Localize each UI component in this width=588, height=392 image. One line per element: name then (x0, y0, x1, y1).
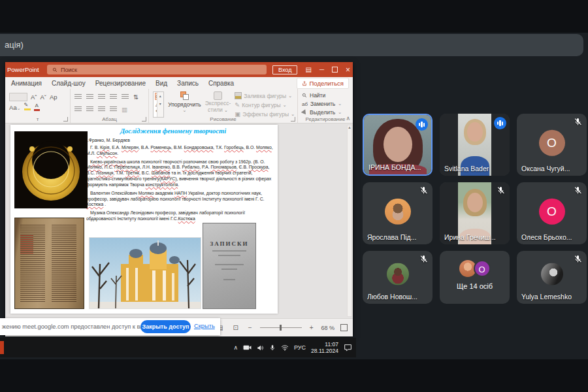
scythian-pectoral-image[interactable] (14, 131, 88, 208)
more-participants-tile[interactable]: О Ще 14 осіб (440, 251, 510, 304)
slide-byline[interactable]: І.Франко, М. Бердяєв (86, 138, 130, 142)
indent-decrease-icon[interactable] (98, 94, 105, 100)
shapes-gallery[interactable]: ▭ ╲ ╲ □ ○ ▭ △ ▽ ◇ ← ↓ ▷ ✎ ⌒ ∼ { } ☆ ▴▾ (153, 91, 164, 118)
book-cover-line (223, 279, 235, 280)
font-size-box[interactable] (9, 93, 27, 101)
participant-tile[interactable]: О Оксана Чугуй... (517, 114, 587, 176)
ribbon-display-options-icon[interactable]: ▤ (305, 67, 311, 73)
arrange-button[interactable]: Упорядочить ⌄ (168, 91, 201, 113)
tab-slideshow[interactable]: Слайд-шоу (52, 80, 86, 87)
participant-name: Ярослава Під... (367, 233, 416, 241)
slide[interactable]: Дослідження феномену творчості І.Франко,… (10, 125, 278, 314)
quick-styles-button[interactable]: Экспресс- стили ⌄ (205, 91, 231, 113)
paragraph-dialog-launcher-icon[interactable] (142, 117, 146, 122)
participant-tile[interactable]: Yulya Lemeshko (517, 251, 587, 304)
speaker-icon[interactable] (257, 344, 264, 351)
screen-share-notification: жению meet.google.com предоставлен досту… (0, 318, 220, 335)
participant-tile[interactable]: Любов Новош... (363, 251, 433, 304)
zoom-slider-thumb[interactable] (280, 325, 282, 331)
participant-tile[interactable]: Ярослава Під... (363, 182, 433, 244)
restore-icon[interactable] (332, 67, 338, 73)
clear-format-icon[interactable]: Ар (50, 93, 57, 101)
shape-fill-button[interactable]: Заливка фигуры⌄ (235, 92, 295, 99)
shape-outline-button[interactable]: ✎Контур фигуры⌄ (235, 101, 295, 108)
slide-canvas: Дослідження феномену творчості І.Франко,… (5, 123, 353, 318)
manuscript-rubric (20, 235, 33, 255)
font-dialog-launcher-icon[interactable] (63, 117, 68, 122)
mic-off-icon (574, 186, 582, 195)
font-color-icon[interactable]: А (34, 103, 40, 111)
shrink-font-icon[interactable]: Аˇ (41, 93, 47, 101)
collapse-ribbon-icon[interactable]: ∧ (346, 115, 350, 122)
numbering-icon[interactable] (86, 94, 93, 100)
share-button[interactable]: Поделиться (297, 78, 349, 89)
mic-off-icon (497, 186, 505, 195)
search-input[interactable]: Поиск (47, 65, 267, 74)
quick-styles-label-2: стили ⌄ (205, 106, 231, 113)
drawing-dialog-launcher-icon[interactable] (291, 117, 295, 122)
shape-outline-icon: ✎ (235, 101, 240, 108)
audio-active-icon (494, 117, 506, 129)
tab-help[interactable]: Справка (208, 80, 234, 87)
indent-increase-icon[interactable] (110, 94, 117, 100)
align-center-icon[interactable] (86, 106, 93, 112)
slideshow-view-icon[interactable]: ⊡ (231, 323, 240, 333)
powerpoint-taskbar-icon[interactable] (0, 341, 4, 354)
quick-styles-label-1: Экспресс- (205, 100, 231, 106)
slide-title[interactable]: Дослідження феномену творчості (78, 127, 268, 135)
zoom-in-icon[interactable]: + (308, 323, 316, 333)
tab-view[interactable]: Вид (155, 80, 167, 87)
tab-record[interactable]: Запись (177, 80, 199, 87)
avatar (387, 263, 409, 285)
line-spacing-icon[interactable] (122, 94, 129, 100)
vertical-scrollbar[interactable]: ▲ (347, 125, 352, 317)
zapysky-book-cover-image[interactable]: ЗАПИСКИ (203, 223, 256, 309)
network-icon[interactable] (281, 344, 289, 351)
slide-body-text[interactable]: Г. В. Кірія, Е.А. Мілерян, В.А. Роменець… (86, 145, 274, 225)
highlight-icon[interactable]: ✎ (24, 104, 31, 110)
clock[interactable]: 11:07 28.11.2024 (311, 341, 338, 354)
ribbon: АˆАˇАр Аа⌄✎А т ⇅ (5, 89, 353, 123)
fit-slide-icon[interactable] (340, 324, 348, 331)
manuscript-image[interactable] (14, 218, 84, 309)
zoom-out-icon[interactable]: − (246, 323, 254, 333)
avatar: О (539, 198, 565, 224)
participant-tile[interactable]: Svitlana Bader (440, 114, 510, 176)
zoom-level[interactable]: 68 % (321, 325, 335, 331)
replace-button[interactable]: аб Заменить⌄ (302, 101, 350, 107)
select-icon (301, 109, 308, 116)
sign-in-button[interactable]: Вход (272, 65, 297, 74)
participant-tile[interactable]: ІРИНА БОНДА... (363, 114, 433, 176)
grow-font-icon[interactable]: Аˆ (31, 93, 37, 101)
camera-icon[interactable] (243, 344, 252, 351)
hidden-icons-chevron-icon[interactable]: ∧ (233, 344, 238, 351)
align-right-icon[interactable] (98, 106, 105, 112)
change-case-icon[interactable]: Аа⌄ (9, 104, 21, 111)
language-indicator[interactable]: РУС (294, 344, 306, 351)
minimize-icon[interactable]: ─ (319, 67, 324, 73)
justify-icon[interactable] (110, 106, 117, 112)
bullets-icon[interactable] (74, 94, 82, 100)
align-left-icon[interactable] (74, 106, 82, 112)
tab-review[interactable]: Рецензирование (95, 80, 146, 87)
text-direction-icon[interactable]: ⇅ (133, 93, 139, 101)
zoom-slider[interactable] (260, 327, 302, 328)
paragraph-group-label: Абзац (71, 116, 148, 122)
participant-tile[interactable]: Ирина Гречиш... (440, 182, 510, 244)
avatar: О (474, 260, 491, 277)
columns-icon[interactable]: ▥ (122, 106, 127, 113)
hide-notification-link[interactable]: Скрыть (194, 323, 215, 329)
notification-center-icon[interactable] (344, 344, 352, 351)
participant-name: Олеся Брьохо... (521, 233, 572, 241)
book-cover-line (212, 250, 246, 252)
stop-sharing-button[interactable]: Закрыть доступ (140, 320, 191, 333)
find-button[interactable]: Найти (302, 92, 350, 99)
participant-tile[interactable]: О Олеся Брьохо... (517, 182, 587, 244)
tab-animation[interactable]: Анимация (11, 80, 42, 87)
shapes-gallery-scrollbar[interactable]: ▴▾ (157, 92, 163, 117)
cathedral-image[interactable] (89, 237, 201, 309)
select-button[interactable]: Выделить⌄ (302, 109, 350, 116)
paragraph-group: ⇅ ▥ Абзац (71, 89, 149, 123)
close-icon[interactable]: × (346, 66, 350, 74)
microphone-icon[interactable] (269, 344, 276, 351)
